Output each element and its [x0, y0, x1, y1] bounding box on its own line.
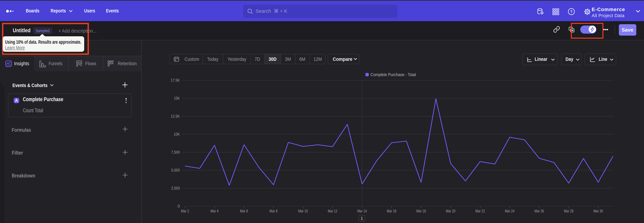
svg-text:Mar 16: Mar 16 [387, 209, 396, 213]
svg-text:17.5K: 17.5K [171, 78, 180, 82]
svg-text:7,500: 7,500 [171, 150, 180, 154]
svg-text:15K: 15K [174, 96, 180, 100]
svg-text:Mar 24: Mar 24 [505, 209, 514, 213]
svg-text:Mar 14: Mar 14 [358, 209, 367, 213]
svg-text:Mar 6: Mar 6 [240, 209, 248, 213]
svg-text:Mar 30: Mar 30 [594, 209, 603, 213]
svg-text:5,000: 5,000 [171, 168, 180, 172]
svg-text:Mar 10: Mar 10 [298, 209, 308, 213]
svg-text:2,500: 2,500 [171, 186, 180, 190]
svg-text:Mar 26: Mar 26 [534, 209, 544, 213]
svg-text:Mar 4: Mar 4 [210, 209, 218, 213]
svg-text:Mar 12: Mar 12 [328, 209, 338, 213]
svg-text:Mar 2: Mar 2 [181, 209, 189, 213]
svg-text:Mar 18: Mar 18 [416, 209, 426, 213]
svg-text:0: 0 [178, 204, 180, 208]
svg-text:Complete Purchase - Total: Complete Purchase - Total [370, 72, 416, 77]
svg-text:Mar 28: Mar 28 [564, 209, 574, 213]
svg-text:Mar 20: Mar 20 [446, 209, 456, 213]
svg-text:10K: 10K [174, 132, 180, 137]
svg-text:Mar 8: Mar 8 [270, 209, 278, 213]
svg-text:12.5K: 12.5K [171, 114, 180, 119]
svg-text:Mar 22: Mar 22 [476, 209, 485, 213]
